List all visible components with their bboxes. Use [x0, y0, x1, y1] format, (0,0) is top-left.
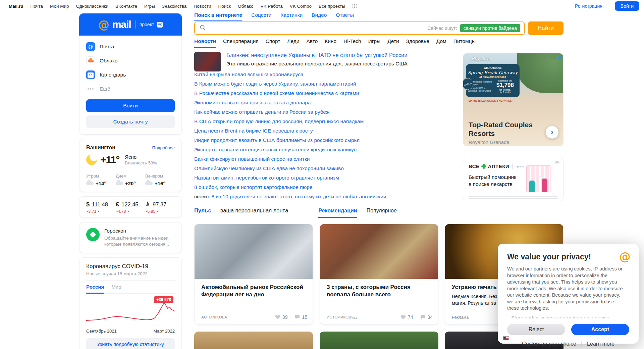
nav-item-vkrabota[interactable]: VK Работа [260, 4, 282, 9]
reject-button[interactable]: Reject [507, 324, 565, 335]
search-tab-web[interactable]: Поиск в интернете [194, 12, 242, 21]
search-tab-social[interactable]: Соцсети [251, 12, 271, 21]
headline-link[interactable]: Индия продолжит ввозить в США бриллианты… [194, 137, 466, 143]
news-tab-main[interactable]: Новости [194, 38, 216, 48]
headline-link[interactable]: 8 ошибок, которые испортят картофельное … [194, 184, 466, 190]
featured-story-subtitle: Это лишь отражение реального положения д… [226, 61, 408, 67]
comment-icon[interactable] [295, 315, 300, 319]
headline-link[interactable]: Китай накрыла новая вспышка коронавируса [194, 71, 466, 77]
sidebar-item-calendar[interactable]: 16 Календарь [86, 68, 175, 82]
adchoices-info-icon[interactable]: i [551, 55, 556, 60]
top-login-button[interactable]: Войти [615, 1, 639, 11]
eur-rate[interactable]: €122.45 -4.78 [116, 201, 145, 214]
search-input[interactable]: Сейчас ищут: санкции против байдена [194, 21, 525, 35]
headline-link[interactable]: В США открыли горячую линию для россиян,… [194, 118, 466, 124]
news-tab[interactable]: Дети [387, 38, 399, 48]
nav-item-vkcombo[interactable]: VK Combo [290, 4, 312, 9]
news-tab[interactable]: Hi-Tech [343, 38, 361, 48]
pulse-card-source: ИСТОРИКОВЕД [327, 315, 357, 319]
apps-grid-icon[interactable] [352, 4, 357, 8]
nav-item-allprojects[interactable]: Все проекты [319, 4, 345, 9]
nav-item-cloud[interactable]: Облако [238, 4, 254, 9]
search-tab-answers[interactable]: Ответы [336, 12, 354, 21]
create-mail-button[interactable]: Создать почту [86, 115, 175, 128]
headline-link[interactable]: В Роскачестве рассказали о новой схеме м… [194, 90, 466, 96]
sidebar-item-more[interactable]: Ещё [86, 82, 175, 96]
language-flag-icon[interactable] [503, 336, 509, 340]
cookie-clipped-line: Store and/or access information on a dev… [507, 315, 629, 319]
headline-link[interactable]: Как сейчас можно отправить деньги из Рос… [194, 109, 466, 115]
news-tab[interactable]: Леди [287, 38, 299, 48]
weather-more-link[interactable]: Подробнее [152, 145, 175, 150]
ad-close-icon[interactable]: ✕ [557, 55, 561, 60]
headline-link[interactable]: Эксперты назвали потенциальных получател… [194, 147, 466, 152]
news-tab[interactable]: Спорт [266, 38, 280, 48]
brand-link[interactable]: Mail.ru [9, 4, 23, 9]
ad-banner-apteki[interactable]: ВСЕ АПТЕКИ проект Быстрый помощник в пои… [463, 158, 564, 201]
search-button[interactable]: Найти [528, 21, 564, 35]
sidebar-item-mail[interactable]: @ Почта [86, 40, 175, 54]
headline-link[interactable]: Экономист назвал три признака заката дол… [194, 100, 466, 105]
pulse-tab-recommend[interactable]: Рекомендации [318, 208, 357, 218]
weather-evening: Вечером +16° [145, 173, 175, 186]
pulse-subtitle: — ваша персональная лента [213, 207, 288, 214]
nav-item-games[interactable]: Игры [144, 4, 155, 9]
news-tab[interactable]: Спецоперация [223, 38, 259, 48]
heart-icon[interactable] [275, 315, 280, 319]
accept-button[interactable]: Accept [571, 324, 629, 335]
covid-tab-world[interactable]: Мир [111, 284, 121, 293]
oil-rate[interactable]: 97.37 -6.85 [145, 201, 175, 214]
comment-icon[interactable] [420, 315, 425, 319]
usd-rate[interactable]: $111.48 -3.71 [86, 201, 116, 214]
news-tab[interactable]: Питомцы [453, 38, 476, 48]
headline-link[interactable]: Цена нефти Brent на бирже ICE перешла к … [194, 128, 466, 134]
featured-story-title[interactable]: Блинкен: невступление Украины в НАТО не … [226, 52, 407, 58]
apteki-project-label: проект [516, 165, 524, 168]
headline-link[interactable]: В Крым можно будет ездить через Украину,… [194, 81, 466, 87]
nav-item-search[interactable]: Поиск [218, 4, 230, 9]
nav-item-mail[interactable]: Почта [31, 4, 43, 9]
search-tab-images[interactable]: Картинки [280, 12, 303, 21]
cookie-body-text: We and our partners are using cookies, I… [507, 266, 625, 312]
learn-more-link[interactable]: Learn more [587, 341, 614, 347]
sidebar-item-cloud[interactable]: Облако [86, 54, 175, 68]
featured-story[interactable]: Блинкен: невступление Украины в НАТО не … [194, 52, 496, 71]
search-tab-video[interactable]: Видео [312, 12, 327, 21]
mail-logo-card[interactable]: @ mail проект VK [79, 13, 182, 36]
news-tab[interactable]: Игры [368, 38, 381, 48]
nav-item-ok[interactable]: Одноклассники [76, 4, 108, 9]
news-tab[interactable]: Здоровье [406, 38, 429, 48]
news-tab[interactable]: Авто [306, 38, 318, 48]
pulse-card[interactable]: Автомобильный рынок Российской Федерации… [194, 224, 313, 325]
headline-link[interactable]: Олимпийскую чемпионку из США едва не пох… [194, 165, 466, 171]
registration-link[interactable]: Регистрация [575, 3, 602, 9]
comments-count: 34 [427, 314, 433, 320]
sidebar-login-button[interactable]: Войти [86, 99, 175, 112]
covid-stats-button[interactable]: Узнать подробную статистику [86, 338, 175, 349]
pulse-card[interactable]: 3 страны, с которыми Россия воевала боль… [320, 224, 438, 325]
ad-next-chevron-button[interactable]: › [546, 126, 558, 139]
news-tab[interactable]: Кино [325, 38, 336, 48]
ad-banner-royalton[interactable]: Royalton i ✕ All-Inclusive Spring Break … [463, 53, 564, 146]
pulse-tab-popular[interactable]: Популярное [367, 208, 397, 218]
nav-item-dating[interactable]: Знакомства [162, 4, 186, 9]
cloud-sun-icon [86, 182, 94, 185]
heart-icon[interactable] [400, 315, 406, 319]
pulse-card[interactable] [320, 332, 438, 349]
covid-widget: Коронавирус COVID-19 Новые случаи 15 мар… [79, 257, 182, 349]
promo-headline-link[interactable]: 8 из 10 родителей не знают этого, поэтом… [211, 194, 386, 199]
pulse-title[interactable]: Пульс [194, 207, 211, 214]
nav-item-vk[interactable]: ВКонтакте [115, 4, 137, 9]
headline-link[interactable]: Назван витамин, переизбыток которого отр… [194, 175, 466, 181]
news-tab[interactable]: Дом [436, 38, 446, 48]
nav-item-news[interactable]: Новости [194, 4, 211, 9]
weather-condition: Ясно [125, 154, 157, 160]
horoscope-widget[interactable]: Гороскоп Обращайте внимание на идеи, кот… [79, 222, 182, 253]
headline-link[interactable]: Банки фиксируют повышенный спрос на слит… [194, 156, 466, 162]
pulse-card[interactable] [194, 332, 313, 349]
covid-tab-russia[interactable]: Россия [86, 284, 104, 294]
nav-item-moymir[interactable]: Мой Мир [50, 4, 69, 9]
customize-choice-link[interactable]: Customize your choice [522, 341, 576, 347]
trending-query-chip[interactable]: санкции против байдена [460, 24, 520, 32]
search-tabs: Поиск в интернете Соцсети Картинки Видео… [194, 12, 354, 21]
